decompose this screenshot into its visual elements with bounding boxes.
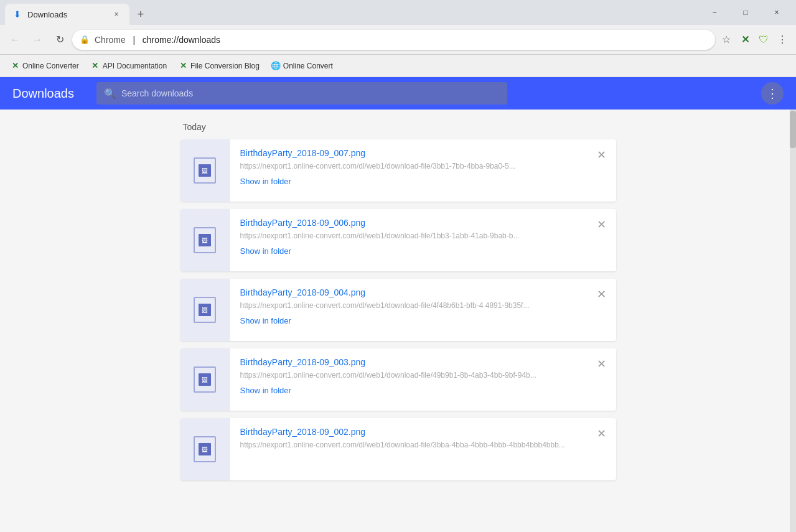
download-thumbnail-1: 🖼 bbox=[180, 139, 230, 202]
url-path: chrome://downloads bbox=[143, 35, 220, 45]
bookmark-favicon-4: 🌐 bbox=[271, 61, 281, 71]
search-placeholder: Search downloads bbox=[121, 88, 193, 98]
file-name-2[interactable]: BirthdayParty_2018-09_006.png bbox=[240, 218, 577, 228]
minimize-button[interactable]: − bbox=[700, 2, 729, 22]
extension-button-2[interactable]: 🛡 bbox=[755, 31, 772, 49]
security-icon: 🔒 bbox=[80, 35, 90, 44]
active-tab[interactable]: ⬇ Downloads × bbox=[5, 4, 129, 25]
toolbar-actions: ☆ ✕ 🛡 ⋮ bbox=[718, 31, 791, 49]
file-name-4[interactable]: BirthdayParty_2018-09_003.png bbox=[240, 357, 577, 367]
url-display: Chrome | chrome://downloads bbox=[95, 35, 220, 45]
tab-favicon: ⬇ bbox=[12, 9, 22, 19]
bookmark-online-convert[interactable]: 🌐 Online Convert bbox=[266, 58, 338, 73]
download-thumbnail-4: 🖼 bbox=[180, 348, 230, 411]
extension-button-1[interactable]: ✕ bbox=[736, 31, 754, 49]
download-thumbnail-3: 🖼 bbox=[180, 279, 230, 341]
forward-button[interactable]: → bbox=[27, 30, 47, 50]
bookmark-api-documentation[interactable]: ✕ API Documentation bbox=[85, 58, 172, 73]
file-url-5: https://nexport1.online-convert.com/dl/w… bbox=[240, 441, 577, 449]
download-item: 🖼 BirthdayParty_2018-09_002.png https://… bbox=[180, 418, 616, 480]
scrollbar-thumb[interactable] bbox=[790, 111, 796, 148]
main-content: Today 🖼 BirthdayParty_2018-09_007.png ht… bbox=[0, 110, 796, 532]
download-info-3: BirthdayParty_2018-09_004.png https://ne… bbox=[230, 279, 587, 341]
tab-close-button[interactable]: × bbox=[111, 9, 122, 20]
download-info-5: BirthdayParty_2018-09_002.png https://ne… bbox=[230, 418, 587, 480]
bookmarks-bar: ✕ Online Converter ✕ API Documentation ✕… bbox=[0, 55, 796, 77]
bookmark-label-2: API Documentation bbox=[103, 62, 167, 70]
bookmark-label-4: Online Convert bbox=[283, 62, 333, 70]
maximize-button[interactable]: □ bbox=[731, 2, 760, 22]
address-bar: ← → ↻ 🔒 Chrome | chrome://downloads ☆ ✕ … bbox=[0, 25, 796, 55]
omnibox[interactable]: 🔒 Chrome | chrome://downloads bbox=[72, 30, 715, 50]
remove-button-4[interactable]: ✕ bbox=[587, 348, 616, 411]
title-bar: ⬇ Downloads × + − □ × bbox=[0, 0, 796, 25]
url-separator: | bbox=[128, 35, 140, 45]
download-item: 🖼 BirthdayParty_2018-09_003.png https://… bbox=[180, 348, 616, 411]
more-options-button[interactable]: ⋮ bbox=[761, 82, 784, 105]
file-url-3: https://nexport1.online-convert.com/dl/w… bbox=[240, 301, 577, 310]
bookmark-favicon-3: ✕ bbox=[178, 61, 188, 71]
downloads-header: Downloads 🔍 Search downloads ⋮ bbox=[0, 77, 796, 110]
download-info-2: BirthdayParty_2018-09_006.png https://ne… bbox=[230, 209, 587, 271]
search-box[interactable]: 🔍 Search downloads bbox=[96, 82, 507, 105]
file-name-5[interactable]: BirthdayParty_2018-09_002.png bbox=[240, 427, 577, 437]
page-title: Downloads bbox=[12, 86, 74, 101]
show-in-folder-4[interactable]: Show in folder bbox=[240, 386, 291, 395]
download-item: 🖼 BirthdayParty_2018-09_004.png https://… bbox=[180, 279, 616, 341]
scrollbar[interactable] bbox=[790, 110, 796, 532]
show-in-folder-2[interactable]: Show in folder bbox=[240, 246, 291, 256]
download-item: 🖼 BirthdayParty_2018-09_006.png https://… bbox=[180, 209, 616, 271]
search-icon: 🔍 bbox=[104, 88, 116, 100]
file-name-1[interactable]: BirthdayParty_2018-09_007.png bbox=[240, 148, 577, 158]
download-thumbnail-5: 🖼 bbox=[180, 418, 230, 480]
window-controls: − □ × bbox=[695, 0, 796, 25]
close-button[interactable]: × bbox=[762, 2, 791, 22]
download-info-1: BirthdayParty_2018-09_007.png https://ne… bbox=[230, 139, 587, 202]
back-button[interactable]: ← bbox=[5, 30, 25, 50]
bookmark-favicon-1: ✕ bbox=[10, 61, 20, 71]
download-item: 🖼 BirthdayParty_2018-09_007.png https://… bbox=[180, 139, 616, 202]
bookmark-star-button[interactable]: ☆ bbox=[718, 31, 735, 49]
bookmark-label-1: Online Converter bbox=[22, 62, 79, 70]
download-thumbnail-2: 🖼 bbox=[180, 209, 230, 271]
reload-button[interactable]: ↻ bbox=[50, 30, 70, 50]
show-in-folder-3[interactable]: Show in folder bbox=[240, 316, 291, 325]
file-url-1: https://nexport1.online-convert.com/dl/w… bbox=[240, 162, 577, 170]
chrome-menu-button[interactable]: ⋮ bbox=[774, 31, 791, 49]
show-in-folder-1[interactable]: Show in folder bbox=[240, 177, 291, 186]
bookmark-label-3: File Conversion Blog bbox=[190, 62, 260, 70]
bookmark-favicon-2: ✕ bbox=[90, 61, 100, 71]
section-today-label: Today bbox=[180, 122, 616, 132]
downloads-list: Today 🖼 BirthdayParty_2018-09_007.png ht… bbox=[180, 122, 616, 488]
file-url-4: https://nexport1.online-convert.com/dl/w… bbox=[240, 371, 577, 380]
url-origin: Chrome bbox=[95, 35, 126, 45]
file-url-2: https://nexport1.online-convert.com/dl/w… bbox=[240, 231, 577, 240]
remove-button-3[interactable]: ✕ bbox=[587, 279, 616, 341]
remove-button-1[interactable]: ✕ bbox=[587, 139, 616, 202]
tab-title: Downloads bbox=[27, 10, 106, 19]
bookmark-file-conversion-blog[interactable]: ✕ File Conversion Blog bbox=[173, 58, 265, 73]
new-tab-button[interactable]: + bbox=[132, 6, 149, 23]
bookmark-online-converter[interactable]: ✕ Online Converter bbox=[5, 58, 84, 73]
remove-button-5[interactable]: ✕ bbox=[587, 418, 616, 480]
download-info-4: BirthdayParty_2018-09_003.png https://ne… bbox=[230, 348, 587, 411]
tab-strip: ⬇ Downloads × + bbox=[0, 0, 695, 25]
remove-button-2[interactable]: ✕ bbox=[587, 209, 616, 271]
file-name-3[interactable]: BirthdayParty_2018-09_004.png bbox=[240, 287, 577, 297]
